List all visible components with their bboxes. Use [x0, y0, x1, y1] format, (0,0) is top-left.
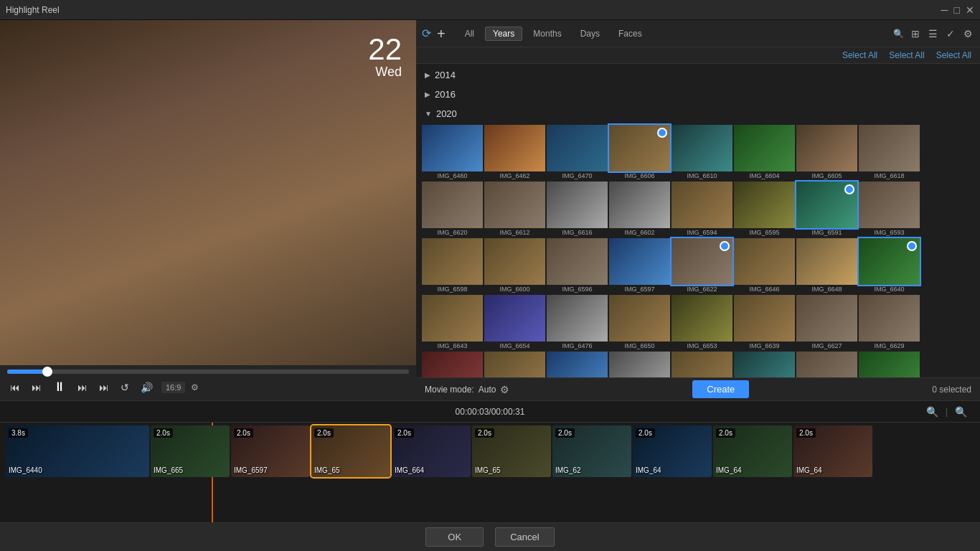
- photo-label: IMG_6594: [672, 228, 732, 237]
- select-all-button-2[interactable]: Select All: [889, 50, 924, 60]
- year-label-2016: 2016: [435, 89, 456, 100]
- list-item[interactable]: IMG_6600: [484, 238, 545, 293]
- movie-mode-settings-icon[interactable]: ⚙: [500, 384, 509, 395]
- timeline-clip[interactable]: 2.0s IMG_65: [311, 425, 390, 477]
- year-header-2014[interactable]: ▶ 2014: [419, 67, 977, 83]
- list-item[interactable]: IMG_6612: [484, 182, 545, 237]
- photo-label: IMG_6629: [859, 342, 920, 350]
- list-item[interactable]: IMG_6643: [422, 295, 483, 350]
- list-item[interactable]: IMG_6646: [734, 238, 795, 293]
- progress-bar[interactable]: [7, 369, 409, 374]
- list-item[interactable]: IMG_6462: [484, 125, 545, 180]
- timeline-clip[interactable]: 2.0s IMG_64: [713, 425, 792, 477]
- select-all-button-3[interactable]: Select All: [936, 50, 971, 60]
- year-header-2016[interactable]: ▶ 2016: [419, 86, 977, 103]
- timeline-clip[interactable]: 2.0s IMG_64: [633, 425, 712, 477]
- list-item[interactable]: IMG_6650: [609, 295, 670, 350]
- skip-to-start-button[interactable]: ⏮: [7, 380, 23, 395]
- list-item[interactable]: IMG_6625: [422, 352, 483, 377]
- zoom-in-button[interactable]: 🔍: [953, 405, 969, 419]
- list-item[interactable]: IMG_6629: [859, 295, 920, 350]
- list-item[interactable]: IMG_6622: [672, 238, 732, 293]
- play-pause-button[interactable]: ⏸: [50, 378, 69, 396]
- photo-thumb: [734, 238, 795, 285]
- list-item[interactable]: IMG_6507: [859, 352, 920, 377]
- year-header-2020[interactable]: ▼ 2020: [419, 105, 977, 122]
- select-all-button-1[interactable]: Select All: [842, 50, 877, 60]
- clip-duration: 2.0s: [636, 428, 655, 438]
- list-item[interactable]: IMG_6594: [672, 182, 732, 237]
- volume-button[interactable]: 🔊: [138, 380, 156, 395]
- list-item[interactable]: IMG_9548: [796, 352, 857, 377]
- grid-view-button[interactable]: ⊞: [910, 27, 921, 41]
- settings-button[interactable]: ⚙: [962, 27, 974, 41]
- clip-name: IMG_64: [636, 466, 661, 474]
- photo-label: IMG_6600: [484, 285, 545, 293]
- list-item[interactable]: IMG_6606: [609, 125, 670, 180]
- list-item[interactable]: IMG_6654: [484, 295, 545, 350]
- list-item[interactable]: IMG_6616: [547, 182, 608, 237]
- media-toolbar: ⟳ + All Years Months Days Faces 🔍 ⊞ ☰ ✓ …: [416, 20, 980, 47]
- list-item[interactable]: IMG_6591: [796, 182, 857, 237]
- tab-all[interactable]: All: [457, 27, 482, 41]
- settings-icon[interactable]: ⚙: [191, 382, 199, 392]
- photo-label: IMG_6618: [859, 171, 920, 180]
- timeline-area[interactable]: 3.8s IMG_6440 2.0s IMG_665 2.0s IMG_6597…: [0, 422, 980, 522]
- timeline-clip[interactable]: 2.0s IMG_6597: [231, 425, 310, 477]
- tab-days[interactable]: Days: [573, 27, 608, 41]
- selected-count: 0 selected: [932, 385, 971, 395]
- tab-faces[interactable]: Faces: [611, 27, 650, 41]
- list-item[interactable]: IMG_6605: [796, 125, 857, 180]
- list-item[interactable]: IMG_6626: [484, 352, 545, 377]
- list-item[interactable]: IMG_6593: [859, 182, 920, 237]
- timeline-clip[interactable]: 2.0s IMG_665: [151, 425, 230, 477]
- list-item[interactable]: IMG_6653: [672, 295, 732, 350]
- step-forward-button[interactable]: ⏭: [75, 380, 90, 395]
- photo-label: IMG_6460: [422, 171, 483, 180]
- list-item[interactable]: IMG_6595: [734, 182, 795, 237]
- list-item[interactable]: IMG_6596: [547, 238, 608, 293]
- ok-button[interactable]: OK: [425, 527, 484, 547]
- step-back-button[interactable]: ⏭: [29, 380, 44, 395]
- list-item[interactable]: IMG_6598: [422, 238, 483, 293]
- add-media-button[interactable]: +: [437, 27, 446, 41]
- create-button[interactable]: Create: [692, 380, 749, 398]
- timeline-clip[interactable]: 2.0s IMG_664: [392, 425, 471, 477]
- list-item[interactable]: IMG_6597: [609, 238, 670, 293]
- tab-months[interactable]: Months: [525, 27, 569, 41]
- video-date-overlay: 22 Wed: [368, 34, 402, 80]
- photo-thumb: [859, 125, 920, 171]
- list-item[interactable]: IMG_6618: [859, 125, 920, 180]
- loop-button[interactable]: ↺: [118, 380, 132, 395]
- checkmark-button[interactable]: ✓: [945, 27, 956, 41]
- list-item[interactable]: IMG_6610: [672, 125, 732, 180]
- tab-years[interactable]: Years: [485, 27, 522, 41]
- list-item[interactable]: IMG_6634: [547, 352, 608, 377]
- timeline-clip[interactable]: 2.0s IMG_65: [472, 425, 551, 477]
- fast-forward-button[interactable]: ⏭: [96, 380, 112, 395]
- list-item[interactable]: IMG_6635: [609, 352, 670, 377]
- list-item[interactable]: IMG_6630: [672, 352, 732, 377]
- list-item[interactable]: IMG_6602: [609, 182, 670, 237]
- zoom-out-button[interactable]: 🔍: [925, 405, 940, 419]
- list-item[interactable]: IMG_6648: [796, 238, 857, 293]
- close-icon[interactable]: ✕: [966, 4, 974, 16]
- progress-handle[interactable]: [42, 367, 52, 377]
- timeline-clip[interactable]: 2.0s IMG_62: [552, 425, 631, 477]
- cancel-button[interactable]: Cancel: [495, 527, 554, 547]
- list-item[interactable]: IMG_6460: [422, 125, 483, 180]
- list-item[interactable]: IMG_6620: [422, 182, 483, 237]
- list-item[interactable]: IMG_6627: [796, 295, 857, 350]
- timeline-clip[interactable]: 3.8s IMG_6440: [6, 425, 149, 477]
- minimize-icon[interactable]: ─: [941, 4, 948, 16]
- timeline-clip[interactable]: 2.0s IMG_64: [793, 425, 872, 477]
- list-item[interactable]: IMG_6470: [547, 125, 608, 180]
- list-item[interactable]: IMG_6639: [734, 295, 795, 350]
- list-view-button[interactable]: ☰: [927, 27, 939, 41]
- maximize-icon[interactable]: □: [954, 4, 960, 16]
- list-item[interactable]: IMG_6604: [734, 125, 795, 180]
- list-item[interactable]: IMG_6640: [859, 238, 920, 293]
- clip-duration: 2.0s: [555, 428, 575, 438]
- list-item[interactable]: IMG_6632: [734, 352, 795, 377]
- list-item[interactable]: IMG_6476: [547, 295, 608, 350]
